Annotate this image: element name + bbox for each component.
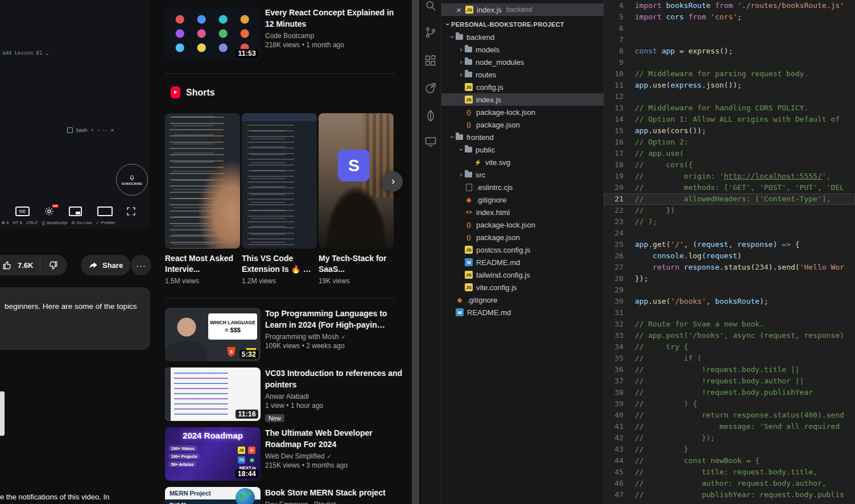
video-title[interactable]: VC03 Introduction to references and poin…: [265, 367, 404, 390]
code-line-6[interactable]: 6: [604, 23, 855, 34]
code-line-10[interactable]: 10// Middleware for parsing request body…: [604, 68, 855, 80]
tree-item-vite.svg[interactable]: ⚡vite.svg: [441, 156, 604, 168]
video-title[interactable]: The Ultimate Web Developer Roadmap For 2…: [265, 427, 404, 450]
short-title[interactable]: This VS Code Extension Is 🔥 …: [242, 253, 317, 275]
short-title[interactable]: My Tech-Stack for SaaS...: [319, 253, 394, 275]
code-line-20[interactable]: 20// methods: ['GET', 'POST', 'PUT', 'DE…: [604, 182, 855, 193]
code-line-18[interactable]: 18// cors({: [604, 159, 855, 171]
code-line-25[interactable]: 25app.get('/', (request, response) => {: [604, 239, 855, 250]
code-line-31[interactable]: 31: [604, 307, 855, 319]
tree-item-index.js[interactable]: JSindex.js: [441, 93, 604, 106]
code-line-16[interactable]: 16// Option 2:: [604, 137, 855, 148]
explorer-section-header[interactable]: › PERSONAL-BOOKSTORE-PROJECT: [444, 18, 564, 31]
short-item[interactable]: [165, 113, 240, 249]
tree-item-config.js[interactable]: JSconfig.js: [441, 81, 604, 93]
like-button[interactable]: [2, 260, 13, 271]
video-thumbnail[interactable]: 2024 Roadmap200+ Videos100+ Projects50+ …: [165, 427, 261, 481]
code-line-32[interactable]: 32// Route for Svae a new book.: [604, 319, 855, 330]
code-line-36[interactable]: 36// !request.body.title ||: [604, 364, 855, 375]
mongodb-icon[interactable]: [424, 109, 437, 122]
tree-item-node_modules[interactable]: ›node_modules: [441, 56, 604, 68]
video-title[interactable]: Top Programming Languages to Learn in 20…: [265, 308, 404, 331]
description-box[interactable]: beginners. Here are some of the topics: [0, 287, 150, 350]
captions-button[interactable]: CC: [15, 206, 30, 216]
tree-item-routes[interactable]: ›routes: [441, 68, 604, 81]
short-title[interactable]: React Most Asked Intervie...: [165, 253, 240, 275]
tree-item-.gitignore[interactable]: ◆.gitignore: [441, 193, 604, 206]
live-share-icon[interactable]: [424, 81, 437, 95]
tree-item-README.md[interactable]: MREADME.md: [441, 306, 604, 319]
code-line-28[interactable]: 28});: [604, 273, 855, 284]
code-line-35[interactable]: 35// if (: [604, 353, 855, 364]
channel-row[interactable]: Web Dev Simplified ✓: [265, 452, 404, 460]
shorts-next-button[interactable]: ›: [382, 171, 403, 192]
code-line-37[interactable]: 37// !request.body.author ||: [604, 375, 855, 387]
code-line-30[interactable]: 30app.use('/books', booksRoute);: [604, 296, 855, 307]
tree-item-.gitignore[interactable]: ◆.gitignore: [441, 294, 604, 306]
editor-pane[interactable]: 4import booksRoute from './routes/booksR…: [604, 0, 855, 504]
miniplayer-button[interactable]: [69, 206, 82, 216]
more-actions-button[interactable]: ···: [131, 255, 151, 275]
tree-item-src[interactable]: ›src: [441, 168, 604, 181]
code-line-46[interactable]: 46// author: request.body.author,: [604, 478, 855, 489]
code-line-21[interactable]: 21// allowedHeaders: ['Content-Type'],: [604, 193, 855, 205]
code-line-8[interactable]: 8const app = express();: [604, 46, 855, 57]
code-line-22[interactable]: 22// }): [604, 205, 855, 216]
code-line-9[interactable]: 9: [604, 57, 855, 68]
tree-item-postcss.config.js[interactable]: JSpostcss.config.js: [441, 243, 604, 256]
tree-item-README.md[interactable]: MREADME.md: [441, 256, 604, 268]
video-thumbnail[interactable]: 11:16: [165, 367, 261, 421]
tree-item-.eslintrc.cjs[interactable]: .eslintrc.cjs: [441, 181, 604, 193]
video-item[interactable]: MERN ProjectPart 01 Book Store MERN Stac…: [165, 487, 404, 504]
tree-item-backend[interactable]: ›backend: [441, 31, 604, 43]
share-button[interactable]: Share: [81, 255, 130, 275]
code-line-29[interactable]: 29: [604, 284, 855, 296]
short-item[interactable]: [242, 113, 317, 249]
video-player[interactable]: add Lesson 01 … bash + › ··· × SUBSCRIBE…: [0, 0, 149, 229]
code-line-15[interactable]: 15app.use(cors());: [604, 125, 855, 137]
tree-item-package.json[interactable]: {}package.json: [441, 118, 604, 131]
theater-mode-button[interactable]: [97, 206, 113, 216]
code-line-24[interactable]: 24: [604, 228, 855, 239]
page-scrollbar[interactable]: [412, 0, 419, 504]
tree-item-vite.config.js[interactable]: JSvite.config.js: [441, 281, 604, 294]
code-line-7[interactable]: 7: [604, 34, 855, 46]
tree-item-tailwind.config.js[interactable]: JStailwind.config.js: [441, 268, 604, 281]
fullscreen-button[interactable]: [126, 206, 136, 216]
code-line-33[interactable]: 33// app.post('/books', async (request, …: [604, 330, 855, 341]
code-line-27[interactable]: 27 return response.status(234).send('Hel…: [604, 262, 855, 273]
code-line-42[interactable]: 42// });: [604, 432, 855, 444]
tree-item-package.json[interactable]: {}package.json: [441, 231, 604, 243]
tree-item-package-lock.json[interactable]: {}package-lock.json: [441, 218, 604, 231]
channel-row[interactable]: Code Bootcamp: [265, 32, 404, 40]
video-item[interactable]: WHICH LANGUAGE= $$$5JS 5:32 Top Programm…: [165, 308, 404, 361]
code-line-40[interactable]: 40// return response.status(400).send: [604, 410, 855, 421]
code-line-44[interactable]: 44// const newBook = {: [604, 455, 855, 466]
code-line-23[interactable]: 23// );: [604, 216, 855, 228]
extensions-icon[interactable]: [424, 54, 437, 68]
settings-button[interactable]: HD: [44, 206, 54, 216]
code-line-38[interactable]: 38// !request.body.publishYear: [604, 387, 855, 398]
code-line-39[interactable]: 39// ) {: [604, 398, 855, 410]
channel-watermark[interactable]: SUBSCRIBE: [116, 164, 148, 196]
video-item[interactable]: 11:53 Every React Concept Explained in 1…: [165, 7, 404, 60]
video-title[interactable]: Every React Concept Explained in 12 Minu…: [265, 7, 404, 30]
channel-row[interactable]: Dev Empower · Playlist: [265, 501, 386, 504]
tree-item-models[interactable]: ›models: [441, 43, 604, 56]
code-line-43[interactable]: 43// }: [604, 444, 855, 455]
code-line-41[interactable]: 41// message: 'Send all required: [604, 421, 855, 432]
open-editor-item[interactable]: × JS index.js backend: [441, 3, 604, 16]
channel-row[interactable]: Programming with Mosh ✓: [265, 333, 404, 341]
code-line-45[interactable]: 45// title: request.body.title,: [604, 466, 855, 478]
source-control-icon[interactable]: [424, 26, 437, 39]
video-title[interactable]: Book Store MERN Stack project: [265, 487, 386, 498]
tree-item-public[interactable]: ›public: [441, 143, 604, 156]
code-line-26[interactable]: 26 console.log(request): [604, 250, 855, 262]
dislike-button[interactable]: [47, 260, 58, 271]
search-icon[interactable]: [424, 0, 437, 13]
tree-item-frontend[interactable]: ›frontend: [441, 131, 604, 143]
code-line-11[interactable]: 11app.use(express.json());: [604, 80, 855, 91]
code-line-13[interactable]: 13// Middleware for handling CORS POLICY…: [604, 102, 855, 114]
video-thumbnail[interactable]: WHICH LANGUAGE= $$$5JS 5:32: [165, 308, 261, 361]
video-item[interactable]: 2024 Roadmap200+ Videos100+ Projects50+ …: [165, 427, 404, 481]
